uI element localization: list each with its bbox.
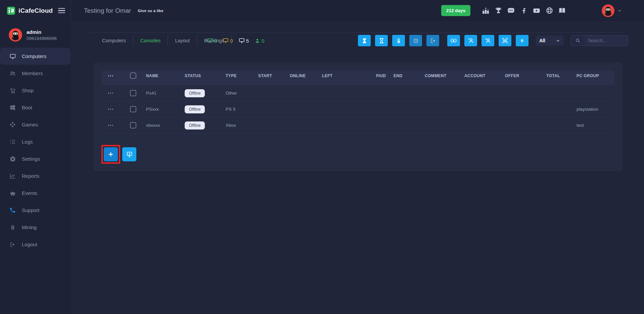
days-remaining-badge[interactable]: 212 days — [441, 5, 470, 16]
gear-icon — [9, 156, 16, 162]
counter-value: 0 — [230, 38, 233, 44]
main-content: Computers Consoles Layout Bookings 0 0 5… — [71, 21, 644, 314]
phone-icon — [9, 207, 16, 213]
column-header-start: START — [258, 73, 290, 78]
consoles-table-card: NAME STATUS TYPE START ONLINE LEFT PAID … — [93, 62, 623, 171]
check-out-button[interactable] — [426, 35, 439, 46]
column-header-left: LEFT — [322, 73, 376, 78]
sign-out-icon — [9, 241, 16, 248]
sidebar-item-label: Reports — [22, 173, 40, 179]
highlight-box — [101, 145, 120, 164]
user-menu[interactable] — [602, 4, 622, 17]
sidebar-item-boot[interactable]: Boot — [0, 99, 71, 116]
sidebar-username: admin — [27, 29, 57, 35]
sidebar-item-logout[interactable]: Logout — [0, 236, 71, 253]
sidebar-item-mining[interactable]: B Mining — [0, 219, 71, 236]
hamburger-menu-icon[interactable] — [58, 8, 65, 13]
cell-name: Ps41 — [146, 91, 185, 96]
add-member-button[interactable] — [481, 35, 494, 46]
row-actions-icon[interactable] — [108, 107, 113, 111]
sidebar-item-settings[interactable]: Settings — [0, 150, 71, 167]
sidebar-item-label: Boot — [22, 105, 32, 110]
brand: iCafeCloud — [0, 0, 71, 21]
member-star-button[interactable] — [464, 35, 477, 46]
sidebar-item-members[interactable]: Members — [0, 65, 71, 82]
cash-payment-button[interactable] — [447, 35, 460, 46]
hourglass-start-button[interactable] — [358, 35, 371, 46]
sidebar-item-shop[interactable]: Shop — [0, 82, 71, 99]
search-input[interactable] — [585, 36, 628, 46]
sidebar-item-support[interactable]: Support — [0, 202, 71, 219]
toolbar: Computers Consoles Layout Bookings 0 0 5… — [71, 35, 644, 47]
sidebar-item-computers[interactable]: Computers — [0, 48, 71, 65]
sidebar-item-label: Members — [22, 70, 43, 76]
row-checkbox[interactable] — [130, 90, 136, 96]
row-checkbox[interactable] — [130, 122, 136, 128]
sidebar: admin 096184986696 Computers Members Sho… — [0, 21, 71, 314]
website-globe-icon[interactable] — [545, 7, 553, 15]
battery-button[interactable] — [392, 35, 405, 46]
add-multiple-consoles-button[interactable] — [122, 147, 136, 161]
give-us-a-like-link[interactable]: Give us a like — [138, 9, 163, 13]
counter-busy[interactable]: 0 — [223, 38, 233, 44]
column-header-name: NAME — [146, 73, 185, 78]
table-footer-actions — [101, 145, 614, 164]
cell-name: PSxxx — [146, 107, 185, 112]
hourglass-button[interactable] — [375, 35, 388, 46]
row-actions-icon[interactable] — [108, 91, 113, 95]
column-header-offer: OFFER — [505, 73, 546, 78]
facebook-icon[interactable] — [520, 7, 528, 15]
status-badge: Offline — [185, 121, 205, 129]
tab-layout[interactable]: Layout — [168, 38, 197, 43]
session-button-group — [358, 35, 439, 46]
pause-button[interactable] — [516, 35, 528, 46]
sidebar-item-reports[interactable]: Reports — [0, 167, 71, 185]
page-title: Testing for Omar — [84, 7, 131, 14]
sidebar-item-label: Shop — [22, 88, 34, 93]
add-console-button[interactable] — [104, 147, 118, 161]
column-header-account: ACCOUNT — [464, 73, 505, 78]
list-icon — [9, 139, 16, 145]
column-header-comment: COMMENT — [425, 73, 464, 78]
group-filter-select[interactable]: All — [536, 36, 563, 46]
discord-icon[interactable] — [507, 7, 515, 15]
youtube-icon[interactable] — [533, 7, 541, 15]
row-actions-icon[interactable] — [108, 123, 113, 127]
sidebar-item-label: Logs — [22, 139, 33, 145]
row-checkbox[interactable] — [130, 106, 136, 112]
counter-offline[interactable]: 5 — [239, 38, 249, 44]
user-avatar[interactable] — [602, 4, 614, 17]
sidebar-item-label: Mining — [22, 224, 37, 230]
counter-members-online[interactable]: 0 — [255, 38, 264, 44]
tab-computers[interactable]: Computers — [95, 38, 133, 43]
header-actions-icon[interactable] — [108, 74, 113, 78]
sidebar-item-events[interactable]: Events — [0, 185, 71, 202]
sidebar-item-games[interactable]: Games — [0, 116, 71, 133]
topbar-right: 212 days — [441, 4, 644, 17]
select-all-checkbox[interactable] — [130, 72, 136, 79]
gamepad-icon — [9, 121, 16, 128]
screenshot-button[interactable] — [499, 35, 511, 46]
leaderboard-icon[interactable] — [481, 7, 490, 15]
cell-type: Other — [226, 91, 258, 96]
counter-online[interactable]: 0 — [207, 38, 217, 44]
toolbar-divider — [88, 33, 623, 33]
member-button-group — [447, 35, 528, 46]
sidebar-item-label: Games — [22, 122, 38, 127]
trophy-icon[interactable] — [494, 7, 502, 15]
alarm-clock-button[interactable] — [409, 35, 422, 46]
bitcoin-icon: B — [9, 224, 16, 231]
chevron-down-icon[interactable] — [617, 8, 622, 13]
status-badge: Offline — [185, 105, 205, 113]
column-header-pc-group: PC GROUP — [577, 73, 614, 78]
counter-value: 5 — [246, 38, 249, 44]
cell-pc-group: playstation — [577, 107, 614, 112]
table-row: xboxxx Offline Xbox test — [101, 117, 614, 134]
top-bar: iCafeCloud Testing for Omar Give us a li… — [0, 0, 644, 21]
windows-icon — [9, 104, 16, 111]
sidebar-item-logs[interactable]: Logs — [0, 133, 71, 150]
manual-book-icon[interactable] — [558, 7, 566, 15]
table-row: PSxxx Offline PS 5 playstation — [101, 101, 614, 117]
tab-consoles[interactable]: Consoles — [133, 38, 168, 43]
column-header-online: ONLINE — [290, 73, 322, 78]
